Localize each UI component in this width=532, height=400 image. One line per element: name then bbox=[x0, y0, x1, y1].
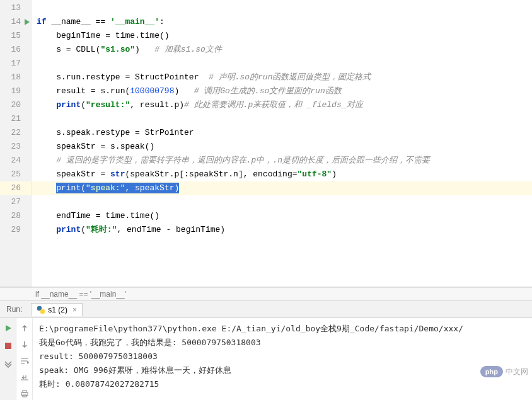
code-line[interactable]: s = CDLL("s1.so") # 加载s1.so文件 bbox=[32, 43, 532, 57]
code-line[interactable] bbox=[32, 1, 532, 15]
code-line[interactable]: # 返回的是字节类型，需要转字符串，返回的内容在.p中，.n是切的长度，后面会跟… bbox=[32, 154, 532, 168]
code-line[interactable]: print("耗时:", endTime - beginTime) bbox=[32, 223, 532, 237]
watermark: php 中文网 bbox=[480, 366, 528, 377]
print-button[interactable] bbox=[18, 387, 31, 400]
console-line: 耗时: 0.08078742027282715 bbox=[39, 377, 526, 391]
code-line[interactable] bbox=[32, 112, 532, 126]
svg-marker-0 bbox=[6, 325, 11, 331]
line-number: 18 bbox=[0, 71, 31, 84]
code-line[interactable]: if __name__ == '__main__': bbox=[32, 15, 532, 29]
svg-rect-3 bbox=[23, 391, 26, 392]
code-line[interactable]: speakStr = str(speakStr.p[:speakStr.n], … bbox=[32, 168, 532, 181]
line-number: 16 bbox=[0, 43, 31, 57]
code-line[interactable] bbox=[32, 57, 532, 71]
line-number: 25 bbox=[0, 168, 31, 181]
line-number: 19 bbox=[0, 84, 31, 98]
code-line[interactable]: s.speak.restype = StrPointer bbox=[32, 126, 532, 140]
run-header: Run: s1 (2) × bbox=[0, 301, 532, 318]
code-line-selected[interactable]: print("speak:", speakStr) bbox=[32, 181, 532, 195]
console-line: E:\programeFile\python377\python.exe E:/… bbox=[39, 322, 526, 336]
expand-button[interactable] bbox=[2, 357, 14, 370]
run-tab-label: s1 (2) bbox=[48, 306, 67, 314]
scroll-button[interactable] bbox=[18, 371, 31, 384]
console-line: 我是Go代码，我跑完了，我的结果是: 5000079750318003 bbox=[39, 336, 526, 350]
wrap-button[interactable] bbox=[18, 355, 31, 367]
run-label: Run: bbox=[0, 302, 28, 316]
line-number: 27 bbox=[0, 195, 31, 209]
run-panel: Run: s1 (2) × bbox=[0, 301, 532, 400]
line-gutter: 13 14 15 16 17 18 19 20 21 22 23 24 25 2… bbox=[0, 0, 32, 287]
code-line[interactable]: print("result:", result.p)# 此处需要调用.p来获取值… bbox=[32, 98, 532, 112]
php-badge: php bbox=[480, 366, 503, 377]
console-output[interactable]: E:\programeFile\python377\python.exe E:/… bbox=[33, 318, 532, 400]
console-line: speak: OMG 996好累呀，难得休息一天，好好休息 bbox=[39, 363, 526, 377]
line-number: 21 bbox=[0, 112, 31, 126]
line-number: 15 bbox=[0, 29, 31, 43]
line-number: 13 bbox=[0, 1, 31, 15]
line-number: 20 bbox=[0, 98, 31, 112]
rerun-button[interactable] bbox=[2, 322, 14, 334]
code-line[interactable]: endTime = time.time() bbox=[32, 209, 532, 223]
line-number: 28 bbox=[0, 209, 31, 223]
code-line[interactable]: beginTime = time.time() bbox=[32, 29, 532, 43]
line-number: 23 bbox=[0, 140, 31, 154]
breadcrumb[interactable]: if __name__ == '__main__' bbox=[0, 287, 532, 301]
line-number: 29 bbox=[0, 223, 31, 237]
line-number: 26 bbox=[0, 181, 31, 195]
console-line: result: 5000079750318003 bbox=[39, 350, 526, 363]
run-toolbar bbox=[0, 318, 16, 400]
line-number: 24 bbox=[0, 154, 31, 168]
code-line[interactable]: s.run.restype = StructPointer # 声明.so的ru… bbox=[32, 71, 532, 84]
run-body: E:\programeFile\python377\python.exe E:/… bbox=[0, 318, 532, 400]
close-icon[interactable]: × bbox=[72, 306, 77, 314]
run-tab[interactable]: s1 (2) × bbox=[31, 303, 83, 316]
watermark-text: 中文网 bbox=[506, 367, 528, 377]
line-number: 17 bbox=[0, 57, 31, 71]
code-content[interactable]: if __name__ == '__main__': beginTime = t… bbox=[32, 0, 532, 287]
code-editor[interactable]: 13 14 15 16 17 18 19 20 21 22 23 24 25 2… bbox=[0, 0, 532, 287]
code-line[interactable]: result = s.run(100000798) # 调用Go生成的.so文件… bbox=[32, 84, 532, 98]
code-line[interactable]: speakStr = s.speak() bbox=[32, 140, 532, 154]
python-icon bbox=[37, 306, 45, 314]
console-toolbar bbox=[16, 318, 33, 400]
up-button[interactable] bbox=[18, 322, 31, 334]
down-button[interactable] bbox=[18, 338, 31, 351]
code-line[interactable] bbox=[32, 195, 532, 209]
line-number[interactable]: 14 bbox=[0, 15, 31, 29]
stop-button[interactable] bbox=[2, 340, 14, 352]
svg-rect-1 bbox=[5, 343, 11, 349]
line-number: 22 bbox=[0, 126, 31, 140]
